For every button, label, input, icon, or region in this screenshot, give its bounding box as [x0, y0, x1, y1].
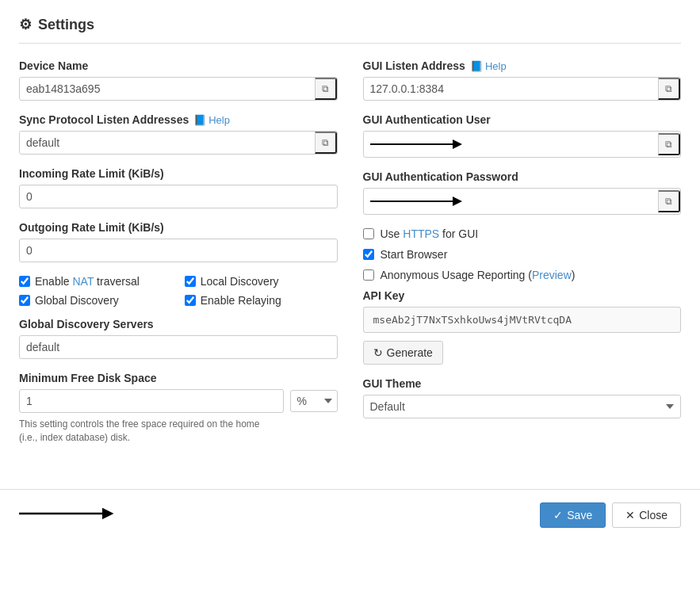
global-discovery-servers-label: Global Discovery Servers	[19, 318, 338, 330]
gui-auth-user-input-wrap: ⧉	[363, 131, 682, 158]
min-disk-unit-select[interactable]: % kB MB GB	[290, 390, 338, 412]
min-disk-row: % kB MB GB	[19, 389, 338, 413]
incoming-rate-label: Incoming Rate Limit (KiB/s)	[19, 167, 338, 180]
device-name-group: Device Name ⧉	[19, 59, 338, 101]
api-key-group: API Key mseAb2jT7NxTSxhkoUws4jMVtRVtcqDA…	[363, 289, 682, 365]
api-key-value: mseAb2jT7NxTSxhkoUws4jMVtRVtcqDA	[363, 307, 682, 333]
gui-auth-user-label: GUI Authentication User	[363, 113, 682, 126]
page-title: Settings	[38, 17, 94, 33]
device-name-copy-btn[interactable]: ⧉	[315, 78, 337, 100]
book-icon-2: 📘	[470, 60, 483, 72]
use-https-checkbox[interactable]	[363, 228, 374, 239]
min-disk-label: Minimum Free Disk Space	[19, 372, 338, 384]
enable-relaying-label: Enable Relaying	[201, 294, 281, 307]
close-button[interactable]: ✕ Close	[612, 502, 681, 528]
device-name-label: Device Name	[19, 59, 338, 72]
generate-btn[interactable]: ↻ Generate	[363, 341, 443, 365]
book-icon: 📘	[193, 114, 206, 126]
settings-header: ⚙ Settings	[19, 16, 681, 44]
gui-listen-help-link[interactable]: 📘 Help	[470, 60, 507, 72]
global-discovery-checkbox[interactable]	[19, 295, 30, 306]
sync-protocol-input-wrap: ⧉	[19, 131, 338, 155]
incoming-rate-group: Incoming Rate Limit (KiB/s)	[19, 167, 338, 208]
outgoing-rate-label: Outgoing Rate Limit (KiB/s)	[19, 221, 338, 234]
gui-auth-password-input-wrap: ⧉	[363, 188, 682, 215]
global-discovery-label: Global Discovery	[35, 294, 119, 307]
device-name-input-wrap: ⧉	[19, 77, 338, 101]
outgoing-rate-input-wrap	[19, 239, 338, 262]
local-discovery-checkbox-item[interactable]: Local Discovery	[185, 275, 338, 288]
gear-icon: ⚙	[19, 16, 32, 33]
incoming-rate-input[interactable]	[20, 185, 337, 208]
x-icon: ✕	[625, 509, 635, 521]
sync-protocol-copy-btn[interactable]: ⧉	[315, 132, 337, 154]
device-name-input[interactable]	[20, 78, 315, 100]
gui-listen-input-wrap: ⧉	[363, 77, 682, 101]
outgoing-rate-input[interactable]	[20, 239, 337, 262]
checkmark-icon: ✓	[553, 509, 563, 521]
use-https-option: Use HTTPS for GUI	[363, 227, 682, 240]
anon-usage-option: Anonymous Usage Reporting (Preview)	[363, 269, 682, 281]
arrow-svg-password	[370, 195, 465, 208]
gui-theme-label: GUI Theme	[363, 377, 682, 390]
gui-auth-password-arrow	[364, 189, 659, 214]
footer-arrow-svg	[19, 506, 114, 521]
sync-protocol-input[interactable]	[20, 132, 315, 154]
nat-link: NAT	[72, 275, 94, 288]
global-discovery-servers-input[interactable]	[20, 336, 337, 358]
gui-auth-user-group: GUI Authentication User ⧉	[363, 113, 682, 158]
use-https-label: Use HTTPS for GUI	[381, 227, 479, 240]
anon-usage-checkbox[interactable]	[363, 269, 374, 281]
api-key-label: API Key	[363, 289, 682, 302]
gui-listen-label: GUI Listen Address 📘 Help	[363, 59, 682, 72]
arrow-svg-user	[370, 138, 465, 151]
enable-relaying-checkbox-item[interactable]: Enable Relaying	[185, 294, 338, 307]
global-discovery-servers-group: Global Discovery Servers	[19, 318, 338, 359]
gui-auth-password-copy-btn[interactable]: ⧉	[658, 190, 680, 212]
start-browser-checkbox[interactable]	[363, 249, 374, 260]
disk-hint: This setting controls the free space req…	[19, 418, 338, 445]
gui-auth-user-arrow	[364, 132, 659, 157]
global-discovery-checkbox-item[interactable]: Global Discovery	[19, 294, 172, 307]
local-discovery-label: Local Discovery	[201, 275, 279, 288]
gui-listen-group: GUI Listen Address 📘 Help ⧉	[363, 59, 682, 101]
global-discovery-servers-input-wrap	[19, 335, 338, 359]
start-browser-option: Start Browser	[363, 248, 682, 261]
incoming-rate-input-wrap	[19, 185, 338, 208]
gui-listen-copy-btn[interactable]: ⧉	[658, 78, 680, 100]
local-discovery-checkbox[interactable]	[185, 276, 196, 287]
outgoing-rate-group: Outgoing Rate Limit (KiB/s)	[19, 221, 338, 262]
gui-theme-group: GUI Theme Default Dark Black	[363, 377, 682, 418]
save-button[interactable]: ✓ Save	[540, 502, 606, 528]
gui-theme-select[interactable]: Default Dark Black	[363, 395, 682, 418]
checkboxes-section: Enable NAT traversal Local Discovery Glo…	[19, 275, 338, 307]
gui-auth-password-group: GUI Authentication Password ⧉	[363, 170, 682, 215]
sync-protocol-group: Sync Protocol Listen Addresses 📘 Help ⧉	[19, 113, 338, 155]
gui-listen-input[interactable]	[364, 78, 659, 100]
enable-relaying-checkbox[interactable]	[185, 295, 196, 306]
start-browser-label: Start Browser	[381, 248, 448, 261]
gui-auth-password-label: GUI Authentication Password	[363, 170, 682, 183]
https-link: HTTPS	[403, 227, 439, 240]
preview-link[interactable]: Preview	[532, 269, 572, 281]
enable-nat-checkbox[interactable]	[19, 276, 30, 287]
footer-bar: ✓ Save ✕ Close	[0, 489, 700, 541]
sync-protocol-label: Sync Protocol Listen Addresses 📘 Help	[19, 113, 338, 126]
sync-protocol-help-link[interactable]: 📘 Help	[193, 114, 230, 126]
enable-nat-checkbox-item[interactable]: Enable NAT traversal	[19, 275, 172, 288]
refresh-icon: ↻	[373, 346, 383, 359]
min-disk-group: Minimum Free Disk Space % kB MB GB This …	[19, 372, 338, 445]
anon-usage-label: Anonymous Usage Reporting (Preview)	[381, 269, 576, 281]
footer-arrow	[19, 506, 114, 524]
min-disk-input[interactable]	[19, 389, 284, 413]
gui-auth-user-copy-btn[interactable]: ⧉	[658, 133, 680, 155]
